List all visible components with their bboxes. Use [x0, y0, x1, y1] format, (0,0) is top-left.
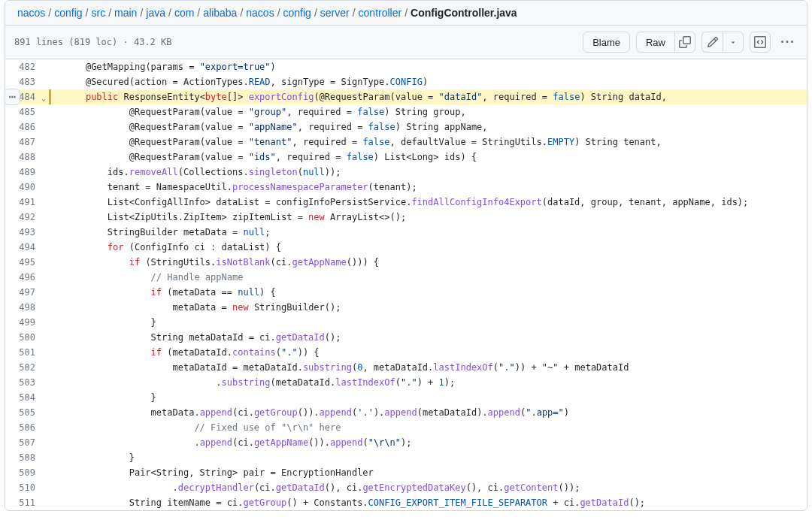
code-line[interactable]: 487 @RequestParam(value = "tenant", requ…: [5, 135, 807, 150]
code-text[interactable]: }: [58, 315, 807, 330]
raw-button[interactable]: Raw: [636, 32, 674, 53]
line-number[interactable]: 506: [5, 420, 47, 435]
line-number[interactable]: 496: [5, 270, 47, 285]
code-line[interactable]: 482 @GetMapping(params = "export=true"): [5, 59, 807, 74]
code-line[interactable]: 505 metaData.append(ci.getGroup()).appen…: [5, 405, 807, 420]
code-text[interactable]: // Handle appName: [58, 270, 807, 285]
code-text[interactable]: List<ZipUtils.ZipItem> zipItemList = new…: [58, 210, 807, 225]
copy-button[interactable]: [674, 32, 695, 53]
code-line[interactable]: 509 Pair<String, String> pair = Encrypti…: [5, 465, 807, 480]
line-number[interactable]: 505: [5, 405, 47, 420]
code-text[interactable]: // Fixed use of "\r\n" here: [58, 420, 807, 435]
breadcrumb-link[interactable]: java: [146, 7, 165, 19]
line-number[interactable]: 494: [5, 240, 47, 255]
code-text[interactable]: @RequestParam(value = "ids", required = …: [58, 150, 807, 165]
line-number[interactable]: 495: [5, 255, 47, 270]
code-text[interactable]: ids.removeAll(Collections.singleton(null…: [58, 165, 807, 180]
code-line[interactable]: 500 String metaDataId = ci.getDataId();: [5, 330, 807, 345]
line-number[interactable]: 497: [5, 285, 47, 300]
code-text[interactable]: }: [58, 450, 807, 465]
code-text[interactable]: Pair<String, String> pair = EncryptionHa…: [58, 465, 807, 480]
code-text[interactable]: tenant = NamespaceUtil.processNamespaceP…: [58, 180, 807, 195]
code-line[interactable]: 492 List<ZipUtils.ZipItem> zipItemList =…: [5, 210, 807, 225]
line-number[interactable]: 499: [5, 315, 47, 330]
symbols-button[interactable]: [750, 32, 771, 53]
line-number[interactable]: 508: [5, 450, 47, 465]
code-line[interactable]: 495 if (StringUtils.isNotBlank(ci.getApp…: [5, 255, 807, 270]
breadcrumb-link[interactable]: nacos: [17, 7, 45, 19]
code-line[interactable]: 484⌄ public ResponseEntity<byte[]> expor…: [5, 89, 807, 104]
code-line[interactable]: 510 .decryptHandler(ci.getDataId(), ci.g…: [5, 480, 807, 495]
code-line[interactable]: 506 // Fixed use of "\r\n" here: [5, 420, 807, 435]
code-line[interactable]: 483 @Secured(action = ActionTypes.READ, …: [5, 74, 807, 89]
breadcrumb-link[interactable]: alibaba: [203, 7, 237, 19]
code-text[interactable]: if (StringUtils.isNotBlank(ci.getAppName…: [58, 255, 807, 270]
code-line[interactable]: 488 @RequestParam(value = "ids", require…: [5, 150, 807, 165]
line-number[interactable]: 501: [5, 345, 47, 360]
breadcrumb-link[interactable]: nacos: [246, 7, 274, 19]
code-line[interactable]: 491 List<ConfigAllInfo> dataList = confi…: [5, 195, 807, 210]
code-text[interactable]: @RequestParam(value = "appName", require…: [58, 119, 807, 135]
code-line[interactable]: 496 // Handle appName: [5, 270, 807, 285]
line-number[interactable]: 492: [5, 210, 47, 225]
code-line[interactable]: 486 @RequestParam(value = "appName", req…: [5, 119, 807, 135]
line-number[interactable]: 507: [5, 435, 47, 450]
code-text[interactable]: for (ConfigInfo ci : dataList) {: [58, 240, 807, 255]
code-line[interactable]: 490 tenant = NamespaceUtil.processNamesp…: [5, 180, 807, 195]
code-line[interactable]: 507 .append(ci.getAppName()).append("\r\…: [5, 435, 807, 450]
code-area[interactable]: 482 @GetMapping(params = "export=true")4…: [5, 59, 807, 510]
line-number[interactable]: 487: [5, 135, 47, 150]
code-line[interactable]: 497 if (metaData == null) {: [5, 285, 807, 300]
line-number[interactable]: 503: [5, 375, 47, 390]
line-number[interactable]: 485: [5, 104, 47, 119]
breadcrumb-link[interactable]: src: [92, 7, 106, 19]
line-number[interactable]: 490: [5, 180, 47, 195]
code-line[interactable]: 493 StringBuilder metaData = null;: [5, 225, 807, 240]
edit-dropdown[interactable]: [723, 32, 744, 53]
code-line[interactable]: 499 }: [5, 315, 807, 330]
code-text[interactable]: metaDataId = metaDataId.substring(0, met…: [58, 360, 807, 375]
code-text[interactable]: public ResponseEntity<byte[]> exportConf…: [58, 89, 807, 104]
line-number[interactable]: 486: [5, 119, 47, 135]
code-text[interactable]: @Secured(action = ActionTypes.READ, sign…: [58, 74, 807, 89]
code-line[interactable]: 502 metaDataId = metaDataId.substring(0,…: [5, 360, 807, 375]
code-line[interactable]: 504 }: [5, 390, 807, 405]
code-text[interactable]: List<ConfigAllInfo> dataList = configInf…: [58, 195, 807, 210]
code-text[interactable]: String itemName = ci.getGroup() + Consta…: [58, 495, 807, 510]
line-number[interactable]: 500: [5, 330, 47, 345]
line-number[interactable]: 502: [5, 360, 47, 375]
line-number[interactable]: 509: [5, 465, 47, 480]
code-line[interactable]: 508 }: [5, 450, 807, 465]
code-text[interactable]: @RequestParam(value = "group", required …: [58, 104, 807, 119]
line-number[interactable]: 489: [5, 165, 47, 180]
code-line[interactable]: 489 ids.removeAll(Collections.singleton(…: [5, 165, 807, 180]
code-text[interactable]: @GetMapping(params = "export=true"): [58, 59, 807, 74]
code-text[interactable]: if (metaData == null) {: [58, 285, 807, 300]
code-text[interactable]: }: [58, 390, 807, 405]
code-text[interactable]: String metaDataId = ci.getDataId();: [58, 330, 807, 345]
line-number[interactable]: 510: [5, 480, 47, 495]
breadcrumb-link[interactable]: config: [283, 7, 311, 19]
kebab-menu[interactable]: [777, 32, 798, 53]
code-text[interactable]: metaData = new StringBuilder();: [58, 300, 807, 315]
line-number[interactable]: 504: [5, 390, 47, 405]
line-number[interactable]: 483: [5, 74, 47, 89]
line-number[interactable]: 491: [5, 195, 47, 210]
line-number[interactable]: 498: [5, 300, 47, 315]
code-text[interactable]: StringBuilder metaData = null;: [58, 225, 807, 240]
code-text[interactable]: @RequestParam(value = "tenant", required…: [58, 135, 807, 150]
line-number[interactable]: 493: [5, 225, 47, 240]
line-number[interactable]: 482: [5, 59, 47, 74]
code-text[interactable]: metaData.append(ci.getGroup()).append('.…: [58, 405, 807, 420]
breadcrumb-link[interactable]: controller: [359, 7, 402, 19]
code-text[interactable]: .substring(metaDataId.lastIndexOf(".") +…: [58, 375, 807, 390]
breadcrumb-link[interactable]: main: [114, 7, 137, 19]
edit-button[interactable]: [701, 32, 723, 53]
code-text[interactable]: if (metaDataId.contains(".")) {: [58, 345, 807, 360]
code-line[interactable]: 498 metaData = new StringBuilder();: [5, 300, 807, 315]
line-menu-button[interactable]: ⋯: [5, 89, 20, 105]
code-text[interactable]: .append(ci.getAppName()).append("\r\n");: [58, 435, 807, 450]
blame-button[interactable]: Blame: [583, 32, 630, 53]
code-line[interactable]: 511 String itemName = ci.getGroup() + Co…: [5, 495, 807, 510]
code-line[interactable]: 485 @RequestParam(value = "group", requi…: [5, 104, 807, 119]
